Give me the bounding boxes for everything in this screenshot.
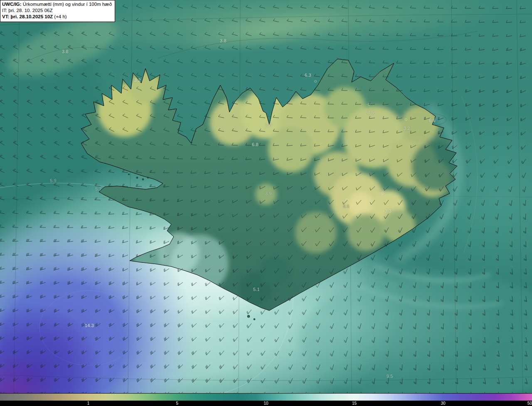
- colorbar-tick-label: 30: [441, 401, 446, 406]
- model-title-box: UWC/IG: Úrkomumætti (mm) og vindur í 100…: [0, 0, 115, 22]
- model-name: UWC/IG:: [2, 2, 22, 7]
- model-title-line: UWC/IG: Úrkomumætti (mm) og vindur í 100…: [2, 1, 112, 7]
- colorbar-tick-label: 50: [527, 401, 532, 406]
- colorbar-tick-label: 1: [87, 401, 90, 406]
- model-description: Úrkomumætti (mm) og vindur í 100m hæð: [22, 2, 112, 7]
- precipitation-colorbar: 1510153050: [0, 393, 532, 406]
- colorbar-tick-label: 10: [264, 401, 268, 406]
- colorbar-gradient: [0, 393, 532, 401]
- precipitation-wind-map: [0, 0, 532, 394]
- colorbar-tick-label: 5: [176, 401, 178, 406]
- colorbar-tick-label: 15: [352, 401, 357, 406]
- weather-map-stage: 3.83.83.26.33.53.26.62.86.85.95.73.94.63…: [0, 0, 532, 406]
- colorbar-ticks: 1510153050: [0, 401, 532, 406]
- valid-time-line: VT: þri. 28.10.2025 10Z (+4 h): [2, 14, 112, 20]
- init-time-line: IT: þri. 28. 10. 2025 06Z: [2, 7, 112, 14]
